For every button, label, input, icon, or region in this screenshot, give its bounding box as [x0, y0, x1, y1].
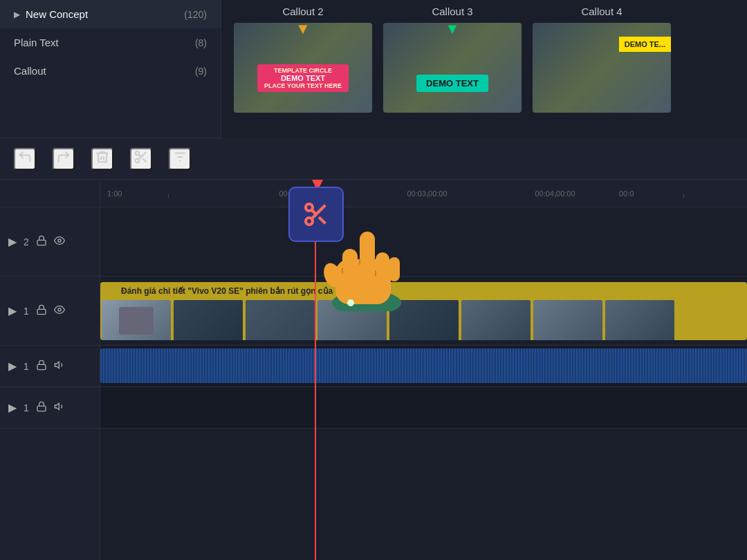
- thumbnail-callout4[interactable]: Callout 4 DEMO TE...: [533, 0, 671, 113]
- bottom-track-number: 1: [24, 402, 29, 413]
- thumb-cell: [389, 300, 459, 340]
- timeline-area: ▶ 2 ▶ 1: [0, 180, 747, 560]
- filter-icon: [172, 149, 187, 168]
- svg-marker-18: [55, 403, 59, 409]
- thumb-cell: [246, 300, 315, 340]
- track-number-2: 2: [24, 236, 29, 248]
- track-video-row: Đánh giá chi tiết "Vivo V20 SE" phiên bả…: [100, 277, 747, 346]
- thumbnail-strip: [100, 299, 747, 340]
- track-ctrl-row-2: ▶ 2: [0, 207, 100, 277]
- sidebar-item-plain-text[interactable]: Plain Text (8): [0, 28, 221, 57]
- undo-icon: [17, 149, 33, 168]
- svg-rect-11: [37, 240, 46, 245]
- sidebar-item-callout[interactable]: Callout (9): [0, 57, 221, 85]
- thumb-cell: [461, 300, 531, 340]
- sidebar-item-label: Callout: [14, 65, 46, 77]
- thumb-label: Callout 3: [432, 0, 472, 23]
- thumb-label: Callout 2: [282, 0, 323, 23]
- play-icon[interactable]: ▶: [8, 304, 17, 317]
- svg-line-23: [312, 210, 316, 214]
- thumb-image: ▼ DEMO TEXT: [383, 23, 522, 113]
- svg-marker-16: [55, 362, 59, 368]
- video-clip[interactable]: Đánh giá chi tiết "Vivo V20 SE" phiên bả…: [100, 282, 747, 340]
- demo-text-overlay: DEMO TE...: [619, 37, 671, 52]
- svg-point-0: [136, 151, 140, 156]
- video-clip-title: Đánh giá chi tiết "Vivo V20 SE" phiên bả…: [121, 286, 350, 296]
- ruler-mark: 1:00: [100, 189, 235, 198]
- play-icon[interactable]: ▶: [8, 360, 17, 373]
- scissors-icon: [302, 200, 330, 228]
- filter-button[interactable]: [169, 148, 191, 170]
- timeline-ruler[interactable]: 1:00 00:02:00:00 00:03:00:00 00:04:00:00…: [100, 180, 747, 207]
- svg-point-12: [58, 239, 61, 242]
- lock-icon[interactable]: [36, 304, 47, 318]
- thumb-cell: [102, 300, 171, 340]
- demo-text-overlay: TEMPLATE CIRCLE DEMO TEXT PLACE YOUR TEX…: [257, 64, 349, 92]
- track-ctrl-row-audio: ▶ 1: [0, 346, 100, 387]
- sidebar-item-label: Plain Text: [14, 37, 59, 48]
- play-icon[interactable]: ▶: [8, 401, 17, 414]
- thumb-image: DEMO TE...: [533, 23, 671, 113]
- play-icon[interactable]: ▶: [8, 235, 17, 248]
- ruler-mark: 00:03:00:00: [363, 189, 491, 198]
- sidebar-item-new-concept[interactable]: ▶ New Concept (120): [0, 0, 221, 28]
- delete-button[interactable]: [91, 148, 113, 170]
- download-icon: ▼: [445, 23, 460, 38]
- svg-line-22: [319, 217, 325, 223]
- eye-icon[interactable]: [54, 304, 65, 318]
- thumb-cell: [174, 300, 243, 340]
- track-empty-row: [100, 207, 747, 277]
- track-ctrl-row-1: ▶ 1: [0, 277, 100, 346]
- track-controls: ▶ 2 ▶ 1: [0, 180, 100, 560]
- track-audio-row: [100, 346, 747, 387]
- thumb-image: ▼ TEMPLATE CIRCLE DEMO TEXT PLACE YOUR T…: [234, 23, 372, 113]
- delete-icon: [95, 149, 110, 168]
- svg-line-3: [142, 158, 146, 162]
- thumbnail-callout3[interactable]: Callout 3 ▼ DEMO TEXT: [383, 0, 522, 113]
- redo-icon: [56, 149, 71, 168]
- demo-text-overlay: DEMO TEXT: [416, 75, 488, 92]
- scissors-icon: [133, 149, 149, 168]
- svg-rect-13: [37, 309, 46, 314]
- lock-icon[interactable]: [36, 235, 47, 249]
- scissors-button[interactable]: [130, 148, 152, 170]
- svg-point-19: [306, 204, 313, 211]
- arrow-icon: ▶: [14, 10, 20, 19]
- sidebar-item-count: (9): [195, 66, 207, 77]
- track-bottom-row: [100, 387, 747, 429]
- lock-icon[interactable]: [36, 360, 47, 373]
- track-number-1: 1: [24, 306, 29, 317]
- thumbnail-callout2[interactable]: Callout 2 ▼ TEMPLATE CIRCLE DEMO TEXT PL…: [234, 0, 372, 113]
- thumbnails-area: Callout 2 ▼ TEMPLATE CIRCLE DEMO TEXT PL…: [221, 0, 747, 138]
- sidebar-item-count: (8): [195, 37, 207, 48]
- thumb-label: Callout 4: [581, 0, 622, 23]
- track-ctrl-row-bottom: ▶ 1: [0, 387, 100, 429]
- toolbar: [0, 138, 747, 180]
- thumb-cell: [317, 300, 387, 340]
- svg-point-1: [136, 159, 140, 163]
- waveform-visualization: [100, 348, 747, 383]
- svg-rect-17: [37, 406, 46, 411]
- svg-point-14: [58, 308, 61, 311]
- lock-icon[interactable]: [36, 401, 47, 415]
- speaker-icon[interactable]: [54, 401, 65, 415]
- eye-icon[interactable]: [54, 235, 65, 249]
- download-icon: ▼: [295, 23, 311, 38]
- timeline-content: 1:00 00:02:00:00 00:03:00:00 00:04:00:00…: [100, 180, 747, 560]
- thumb-cell: [533, 300, 602, 340]
- sidebar: ▶ New Concept (120) Plain Text (8) Callo…: [0, 0, 221, 138]
- thumb-cell: [605, 300, 674, 340]
- svg-line-4: [138, 154, 141, 157]
- speaker-icon[interactable]: [54, 360, 65, 373]
- audio-track-number: 1: [24, 361, 29, 372]
- sidebar-item-label: New Concept: [26, 8, 88, 20]
- cut-tool-popup[interactable]: [288, 187, 344, 242]
- undo-button[interactable]: [14, 148, 36, 170]
- svg-point-20: [306, 218, 313, 225]
- audio-waveform: [100, 348, 747, 383]
- sidebar-item-count: (120): [184, 9, 207, 20]
- redo-button[interactable]: [53, 148, 75, 170]
- ruler-mark: 00:04:00:00: [491, 189, 619, 198]
- ruler-mark: 00:0: [619, 189, 747, 198]
- ruler-marks: 1:00 00:02:00:00 00:03:00:00 00:04:00:00…: [100, 180, 747, 207]
